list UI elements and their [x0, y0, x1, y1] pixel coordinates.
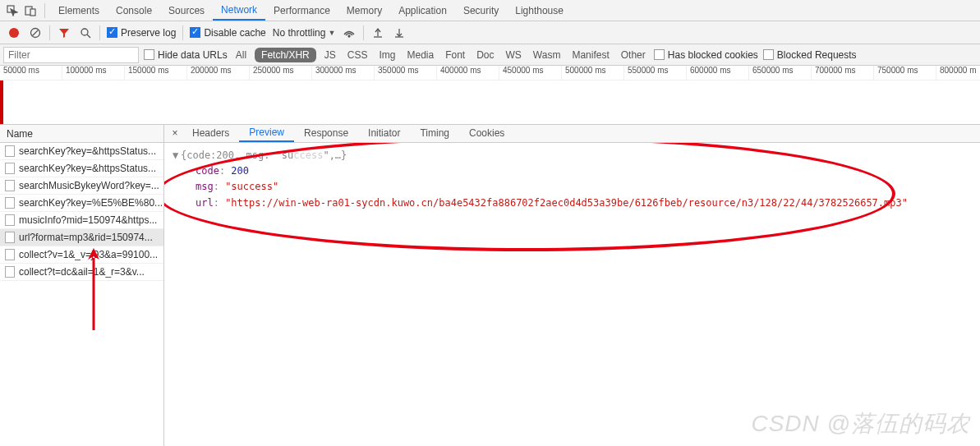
tab-lighthouse[interactable]: Lighthouse	[507, 1, 572, 21]
request-label: searchKey?key=%E5%BE%80...	[19, 197, 163, 209]
network-conditions-icon[interactable]	[342, 25, 357, 40]
tab-headers[interactable]: Headers	[182, 125, 239, 142]
request-label: musicInfo?mid=150974&https...	[19, 214, 157, 226]
tab-security[interactable]: Security	[455, 1, 507, 21]
json-line-code: code: 200	[173, 163, 972, 179]
svg-line-6	[87, 34, 90, 38]
detail-panel: × Headers Preview Response Initiator Tim…	[164, 125, 980, 446]
request-label: searchKey?key=&httpsStatus...	[19, 163, 156, 174]
request-row[interactable]: searchKey?key=&httpsStatus...	[0, 160, 163, 177]
tab-elements[interactable]: Elements	[50, 1, 108, 21]
caret-down-icon: ▼	[328, 29, 335, 37]
filter-media[interactable]: Media	[403, 48, 437, 62]
throttling-dropdown[interactable]: No throttling ▼	[273, 27, 336, 39]
filter-icon[interactable]	[57, 25, 71, 40]
timeline-tick: 250000 ms	[250, 66, 312, 80]
timeline-ruler: 50000 ms100000 ms150000 ms200000 ms25000…	[0, 66, 980, 80]
blocked-requests-label: Blocked Requests	[777, 49, 857, 61]
checkbox-icon	[654, 49, 665, 60]
blocked-requests-checkbox[interactable]: Blocked Requests	[763, 49, 857, 61]
record-button[interactable]	[7, 25, 21, 40]
tab-performance[interactable]: Performance	[265, 1, 338, 21]
request-label: url?format=mp3&rid=150974...	[19, 232, 153, 243]
disable-cache-checkbox[interactable]: Disable cache	[190, 27, 265, 39]
close-icon[interactable]: ×	[168, 127, 182, 142]
main-area: Name searchKey?key=&httpsStatus...search…	[0, 125, 980, 446]
timeline-tick: 50000 ms	[0, 66, 62, 80]
timeline-tick: 600000 ms	[687, 66, 749, 80]
has-blocked-cookies-checkbox[interactable]: Has blocked cookies	[654, 49, 758, 61]
svg-point-7	[348, 35, 350, 37]
hide-data-urls-label: Hide data URLs	[158, 49, 228, 61]
filter-other[interactable]: Other	[618, 48, 649, 62]
filter-all[interactable]: All	[232, 48, 250, 62]
request-row[interactable]: collect?v=1&_v=j93&a=99100...	[0, 246, 163, 264]
file-icon	[5, 180, 15, 191]
separator	[99, 25, 100, 40]
timeline-tick: 350000 ms	[375, 66, 437, 80]
devtools-tabbar: Elements Console Sources Network Perform…	[0, 0, 980, 21]
request-row[interactable]: musicInfo?mid=150974&https...	[0, 212, 163, 229]
request-list: Name searchKey?key=&httpsStatus...search…	[0, 125, 164, 446]
filter-css[interactable]: CSS	[344, 48, 371, 62]
file-icon	[5, 266, 15, 278]
network-timeline[interactable]: 50000 ms100000 ms150000 ms200000 ms25000…	[0, 66, 980, 125]
tab-memory[interactable]: Memory	[338, 1, 390, 21]
export-har-icon[interactable]	[392, 25, 407, 40]
filter-input[interactable]	[3, 47, 139, 63]
file-icon	[5, 232, 15, 243]
timeline-tick: 800000 m	[936, 66, 980, 80]
tab-timing[interactable]: Timing	[410, 125, 459, 142]
tab-response[interactable]: Response	[294, 125, 358, 142]
request-row[interactable]: url?format=mp3&rid=150974...	[0, 229, 163, 246]
filter-js[interactable]: JS	[321, 48, 339, 62]
filter-doc[interactable]: Doc	[473, 48, 497, 62]
timeline-tick: 100000 ms	[62, 66, 125, 80]
import-har-icon[interactable]	[370, 25, 385, 40]
checkbox-icon	[190, 27, 200, 38]
tab-initiator[interactable]: Initiator	[358, 125, 410, 142]
request-row[interactable]: searchKey?key=&httpsStatus...	[0, 143, 163, 160]
tab-application[interactable]: Application	[390, 1, 455, 21]
network-toolbar: Preserve log Disable cache No throttling…	[0, 21, 980, 44]
expand-arrow-icon[interactable]: ▼	[173, 148, 181, 163]
request-label: searchMusicBykeyWord?key=...	[19, 180, 159, 191]
filter-font[interactable]: Font	[442, 48, 468, 62]
filter-wasm[interactable]: Wasm	[530, 48, 564, 62]
tab-cookies[interactable]: Cookies	[459, 125, 514, 142]
tab-preview[interactable]: Preview	[239, 125, 294, 142]
search-icon[interactable]	[78, 25, 93, 40]
detail-tabs: × Headers Preview Response Initiator Tim…	[164, 125, 980, 143]
timeline-body	[0, 80, 980, 125]
separator	[49, 25, 50, 40]
separator	[363, 25, 364, 40]
request-row[interactable]: searchMusicBykeyWord?key=...	[0, 177, 163, 195]
tab-sources[interactable]: Sources	[160, 1, 213, 21]
device-toggle-icon[interactable]	[21, 5, 39, 16]
file-icon	[5, 214, 15, 226]
json-summary[interactable]: ▼ {code: 200, msg: "success",…}	[173, 148, 972, 163]
request-row[interactable]: collect?t=dc&ail=1&_r=3&v...	[0, 264, 163, 281]
tab-network[interactable]: Network	[213, 0, 265, 21]
clear-icon[interactable]	[28, 25, 43, 40]
timeline-tick: 550000 ms	[624, 66, 687, 80]
filter-manifest[interactable]: Manifest	[568, 48, 612, 62]
hide-data-urls-checkbox[interactable]: Hide data URLs	[144, 49, 228, 61]
watermark: CSDN @落伍的码农	[751, 408, 970, 439]
request-label: collect?t=dc&ail=1&_r=3&v...	[19, 266, 145, 278]
request-label: collect?v=1&_v=j93&a=99100...	[19, 249, 158, 260]
filter-img[interactable]: Img	[375, 48, 398, 62]
separator	[44, 3, 45, 18]
timeline-tick: 750000 ms	[874, 66, 936, 80]
file-icon	[5, 249, 15, 260]
request-row[interactable]: searchKey?key=%E5%BE%80...	[0, 195, 163, 212]
tab-console[interactable]: Console	[108, 1, 160, 21]
network-filter-bar: Hide data URLs All Fetch/XHR JS CSS Img …	[0, 44, 980, 66]
filter-fetchxhr[interactable]: Fetch/XHR	[255, 48, 316, 62]
filter-ws[interactable]: WS	[503, 48, 525, 62]
timeline-tick: 650000 ms	[749, 66, 812, 80]
column-header-name[interactable]: Name	[0, 125, 163, 143]
inspect-icon[interactable]	[3, 5, 21, 16]
preserve-log-checkbox[interactable]: Preserve log	[107, 27, 176, 39]
timeline-tick: 450000 ms	[499, 66, 562, 80]
